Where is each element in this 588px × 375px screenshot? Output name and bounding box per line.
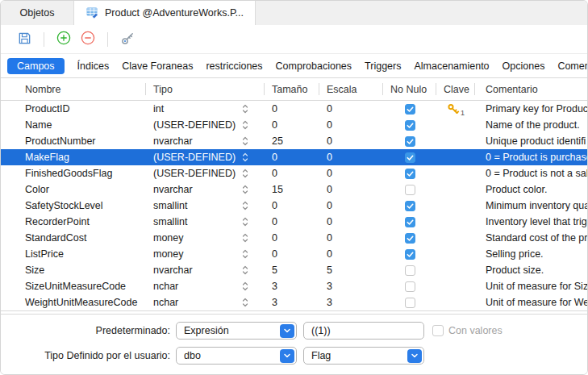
table-row[interactable]: Sizenvarchar55Product size.: [1, 262, 587, 278]
field-notnull-cell: [383, 246, 436, 262]
notnull-checkbox[interactable]: [405, 201, 415, 211]
save-icon: [17, 31, 32, 48]
type-stepper-icon[interactable]: [242, 152, 248, 163]
field-size: 15: [265, 181, 319, 198]
type-stepper-icon[interactable]: [242, 184, 248, 195]
table-row[interactable]: StandardCostmoney00Standard cost of the …: [1, 230, 587, 246]
column-header-no-nulo[interactable]: No Nulo: [383, 78, 436, 100]
type-stepper-icon[interactable]: [242, 281, 248, 292]
field-comment: Selling price.: [475, 246, 587, 262]
column-header-nombre[interactable]: Nombre: [1, 78, 146, 100]
section-tab-opciones[interactable]: Opciones: [503, 60, 545, 72]
default-kind-select[interactable]: Expresión: [176, 322, 297, 340]
section-tab-campos[interactable]: Campos: [7, 58, 65, 74]
table-row[interactable]: ProductIDint001Primary key for Product: [1, 101, 587, 117]
primary-key-button[interactable]: [115, 28, 140, 51]
table-row[interactable]: FinishedGoodsFlag(USER-DEFINED)000 = Pro…: [1, 165, 587, 181]
type-stepper-icon[interactable]: [242, 200, 248, 211]
section-tab-comen[interactable]: Comen: [557, 60, 588, 72]
field-notnull-cell: [383, 133, 436, 149]
notnull-checkbox[interactable]: [405, 136, 415, 147]
notnull-checkbox[interactable]: [405, 120, 415, 131]
save-button[interactable]: [12, 28, 36, 51]
field-key-cell: [436, 214, 475, 230]
chevron-down-icon: [280, 324, 294, 338]
column-header-escala[interactable]: Escala: [319, 78, 383, 100]
type-stepper-icon[interactable]: [242, 135, 248, 147]
grid-header: NombreTipoTamañoEscalaNo NuloClaveComent…: [1, 78, 587, 101]
section-tab-triggers[interactable]: Triggers: [365, 60, 401, 72]
column-header-clave[interactable]: Clave: [436, 78, 475, 100]
notnull-checkbox[interactable]: [405, 249, 415, 260]
type-stepper-icon[interactable]: [242, 248, 248, 260]
section-tab-restricciones[interactable]: restricciones: [206, 60, 262, 72]
field-scale: 0: [319, 165, 383, 181]
table-row[interactable]: SafetyStockLevelsmallint00Minimum invent…: [1, 198, 587, 214]
field-properties-panel: Predeterminado: Expresión ((1)) Con valo…: [1, 314, 587, 374]
udt-type-select[interactable]: Flag: [303, 347, 424, 365]
type-stepper-icon[interactable]: [242, 119, 248, 131]
notnull-checkbox[interactable]: [405, 185, 415, 195]
notnull-checkbox[interactable]: [405, 265, 415, 276]
chevron-down-icon: [280, 349, 294, 363]
field-name: RecorderPoint: [1, 214, 146, 230]
notnull-checkbox[interactable]: [405, 104, 415, 115]
field-name: Size: [1, 262, 146, 278]
table-row[interactable]: SizeUnitMeasureCodenchar33Unit of measur…: [1, 278, 587, 294]
type-stepper-icon[interactable]: [242, 265, 248, 276]
udt-label: Tipo Definido por el usuario:: [1, 350, 170, 361]
table-row[interactable]: ListPricemoney00Selling price.: [1, 246, 587, 262]
field-name: SizeUnitMeasureCode: [1, 278, 146, 294]
type-stepper-icon[interactable]: [242, 232, 248, 244]
toolbar: [1, 25, 587, 54]
table-row[interactable]: WeightUnitMeasureCodenchar33Unit of meas…: [1, 294, 587, 310]
field-name: FinishedGoodsFlag: [1, 165, 146, 181]
section-tab-índices[interactable]: Índices: [77, 60, 110, 72]
notnull-checkbox[interactable]: [405, 281, 415, 292]
section-tab-clave-foraneas[interactable]: Clave Foraneas: [122, 60, 193, 72]
field-notnull-cell: [383, 262, 436, 278]
field-size: 0: [265, 230, 319, 246]
column-header-tamaño[interactable]: Tamaño: [265, 78, 319, 100]
add-field-button[interactable]: [52, 28, 76, 51]
section-tab-almacenamiento[interactable]: Almacenamiento: [414, 60, 489, 72]
table-row[interactable]: Name(USER-DEFINED)00Name of the product.: [1, 117, 587, 133]
udt-schema-select[interactable]: dbo: [176, 347, 297, 365]
table-row[interactable]: MakeFlag(USER-DEFINED)000 = Product is p…: [1, 149, 587, 165]
field-type-value: nvarchar: [153, 135, 193, 147]
field-name: ProductNumber: [1, 133, 146, 149]
delete-field-button[interactable]: [76, 28, 100, 51]
field-notnull-cell: [383, 278, 436, 294]
field-type-value: nchar: [153, 281, 178, 292]
field-name: MakeFlag: [1, 149, 146, 165]
type-stepper-icon[interactable]: [242, 297, 248, 308]
notnull-checkbox[interactable]: [405, 169, 415, 179]
field-key-cell: [436, 294, 475, 310]
table-row[interactable]: Colornvarchar150Product color.: [1, 181, 587, 198]
tab-product[interactable]: Product @AdventureWorks.P...: [73, 1, 256, 25]
tab-objetos[interactable]: Objetos: [1, 1, 73, 25]
con-valores-checkbox[interactable]: Con valores: [432, 325, 503, 336]
type-stepper-icon[interactable]: [242, 168, 248, 179]
field-type: smallint: [146, 198, 265, 214]
table-row[interactable]: ProductNumbernvarchar250Unique product i…: [1, 133, 587, 149]
notnull-checkbox[interactable]: [405, 298, 415, 308]
table-row[interactable]: RecorderPointsmallint00Inventory level t…: [1, 214, 587, 230]
section-tab-comprobaciones[interactable]: Comprobaciones: [276, 60, 352, 72]
field-comment: 0 = Product is purchase: [475, 149, 587, 165]
default-kind-value: Expresión: [184, 325, 229, 336]
field-notnull-cell: [383, 117, 436, 133]
default-value-input[interactable]: ((1)): [303, 322, 424, 340]
primary-key-order: 1: [461, 109, 465, 117]
checkbox-unchecked-icon: [432, 325, 444, 336]
field-name: ProductID: [1, 101, 146, 117]
section-tabs: CamposÍndicesClave Foraneasrestricciones…: [1, 54, 587, 78]
type-stepper-icon[interactable]: [242, 216, 248, 227]
notnull-checkbox[interactable]: [405, 217, 415, 227]
type-stepper-icon[interactable]: [242, 103, 248, 115]
field-scale: 3: [319, 278, 383, 294]
column-header-comentario[interactable]: Comentario: [475, 78, 587, 100]
notnull-checkbox[interactable]: [405, 152, 415, 163]
notnull-checkbox[interactable]: [405, 233, 415, 244]
column-header-tipo[interactable]: Tipo: [146, 78, 265, 100]
